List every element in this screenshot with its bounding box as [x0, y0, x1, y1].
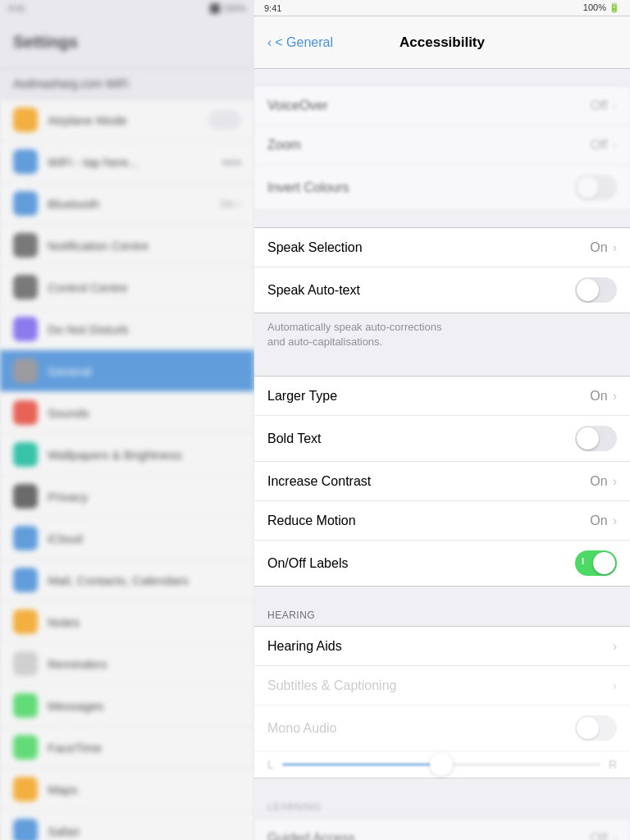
- maps-icon: [13, 777, 38, 801]
- subtitles-label: Subtitles & Captioning: [267, 678, 396, 693]
- largertype-label: Larger Type: [267, 389, 337, 404]
- voiceover-label: VoiceOver: [267, 98, 328, 113]
- largertype-value: On: [590, 389, 607, 404]
- sidebar-item-maps[interactable]: Maps: [0, 769, 254, 810]
- guidedaccess-row[interactable]: Guided Access Off ›: [254, 819, 630, 840]
- increasecontrast-label: Increase Contrast: [267, 474, 371, 489]
- hearing-block: Hearing Aids › Subtitles & Captioning › …: [254, 626, 630, 778]
- zoom-row[interactable]: Zoom Off ›: [254, 126, 630, 165]
- subtitles-row[interactable]: Subtitles & Captioning ›: [254, 666, 630, 705]
- sidebar-item-wifi[interactable]: WiFi - tap here... ●●●: [0, 141, 254, 183]
- sidebar-item-label: Maps: [48, 783, 78, 797]
- voiceover-right: Off ›: [591, 98, 617, 113]
- boldtext-toggle[interactable]: [575, 426, 617, 451]
- sidebar-item-sounds[interactable]: Sounds: [0, 392, 254, 434]
- boldtext-row[interactable]: Bold Text: [254, 416, 630, 462]
- main-panel: 9:41 100% 🔋 ‹ < General Accessibility Vo…: [254, 0, 630, 840]
- sidebar-item-mailcontacts[interactable]: Mail, Contacts, Calendars: [0, 559, 254, 601]
- control-icon: [13, 275, 38, 299]
- toggle-on-label: I: [582, 556, 584, 566]
- invertcolours-label: Invert Colours: [267, 180, 349, 195]
- monoaudio-row[interactable]: Mono Audio: [254, 705, 630, 751]
- sidebar-item-messages[interactable]: Messages: [0, 685, 254, 727]
- increasecontrast-value: On: [590, 474, 607, 489]
- speak-section: Speak Selection On › Speak Auto-text Aut…: [254, 227, 630, 359]
- onofflabels-label: On/Off Labels: [267, 556, 348, 571]
- sidebar-time: 9:41: [8, 3, 25, 13]
- audio-balance-row: L R: [254, 751, 630, 778]
- slider-left-icon: L: [267, 758, 274, 771]
- mailcontacts-icon: [13, 568, 38, 592]
- speakautotext-right: [575, 277, 617, 303]
- sidebar-item-label: Privacy: [48, 490, 88, 504]
- sidebar-item-label: Wallpapers & Brightness: [48, 448, 182, 462]
- sidebar-item-label: iCloud: [48, 532, 83, 546]
- sidebar-item-airplane[interactable]: Airplane Mode: [0, 99, 254, 141]
- reducemotion-chevron-icon: ›: [613, 514, 617, 528]
- nav-back-button[interactable]: ‹ < General: [267, 35, 333, 50]
- speakautotext-toggle[interactable]: [575, 277, 617, 303]
- back-label[interactable]: < General: [275, 35, 333, 50]
- zoom-value: Off: [591, 138, 608, 153]
- boldtext-right: [575, 426, 617, 451]
- slider-thumb: [430, 753, 453, 776]
- sidebar-item-notifications[interactable]: Notification Centre: [0, 225, 254, 267]
- sidebar-item-label: Safari: [48, 824, 80, 838]
- sidebar-item-notes[interactable]: Notes: [0, 601, 254, 643]
- sidebar-item-label: General: [48, 364, 91, 378]
- back-chevron-icon: ‹: [267, 35, 272, 50]
- sounds-icon: [13, 400, 38, 425]
- sidebar-item-label: Bluetooth: [48, 197, 99, 211]
- subtitles-right: ›: [613, 678, 617, 693]
- sidebar-item-bluetooth[interactable]: Bluetooth On ›: [0, 183, 254, 225]
- sidebar-item-label: Notes: [48, 615, 80, 629]
- zoom-chevron-icon: ›: [613, 138, 617, 153]
- speakselection-right: On ›: [590, 240, 617, 255]
- speakselection-value: On: [590, 240, 607, 255]
- speakselection-chevron-icon: ›: [613, 240, 617, 255]
- learning-block: Guided Access Off ›: [254, 818, 630, 840]
- audio-balance-slider[interactable]: [282, 763, 600, 766]
- reducemotion-value: On: [590, 514, 607, 528]
- vision-block: VoiceOver Off › Zoom Off › Invert Colour…: [254, 85, 630, 211]
- interaction-section: Larger Type On › Bold Text Increase Cont…: [254, 376, 630, 587]
- hearingaids-row[interactable]: Hearing Aids ›: [254, 627, 630, 666]
- zoom-label: Zoom: [267, 138, 301, 153]
- invertcolours-right: [575, 175, 617, 200]
- sidebar-item-label: Reminders: [48, 657, 107, 671]
- increasecontrast-right: On ›: [590, 474, 617, 489]
- monoaudio-right: [575, 715, 617, 741]
- onofflabels-row[interactable]: On/Off Labels I O: [254, 541, 630, 586]
- learning-section: LEARNING Guided Access Off › Guided Acce…: [254, 795, 630, 840]
- invertcolours-toggle[interactable]: [575, 175, 617, 200]
- sidebar-item-wallpaper[interactable]: Wallpapers & Brightness: [0, 434, 254, 476]
- sidebar-item-reminders[interactable]: Reminders: [0, 643, 254, 685]
- largertype-row[interactable]: Larger Type On ›: [254, 377, 630, 416]
- monoaudio-toggle[interactable]: [575, 715, 617, 741]
- speakselection-label: Speak Selection: [267, 240, 363, 255]
- sidebar-item-label: Messages: [48, 699, 103, 713]
- airplane-toggle: [208, 110, 241, 130]
- sidebar-item-donotdisturb[interactable]: Do Not Disturb: [0, 308, 254, 350]
- sidebar-item-cloud[interactable]: iCloud: [0, 518, 254, 559]
- sidebar-item-privacy[interactable]: Privacy: [0, 476, 254, 518]
- sidebar-item-facetime[interactable]: FaceTime: [0, 727, 254, 769]
- facetime-icon: [13, 735, 38, 760]
- voiceover-row[interactable]: VoiceOver Off ›: [254, 86, 630, 126]
- hearing-section-header: HEARING: [254, 603, 630, 626]
- sidebar-item-general[interactable]: General: [0, 350, 254, 392]
- slider-fill: [282, 763, 441, 766]
- wallpaper-icon: [13, 442, 38, 467]
- increasecontrast-row[interactable]: Increase Contrast On ›: [254, 462, 630, 501]
- onofflabels-toggle[interactable]: I O: [575, 550, 617, 576]
- sidebar-item-label: FaceTime: [48, 741, 102, 755]
- invertcolours-row[interactable]: Invert Colours: [254, 165, 630, 210]
- speakselection-row[interactable]: Speak Selection On ›: [254, 228, 630, 267]
- reducemotion-row[interactable]: Reduce Motion On ›: [254, 501, 630, 541]
- speakautotext-row[interactable]: Speak Auto-text: [254, 267, 630, 313]
- sidebar-item-control[interactable]: Control Centre: [0, 267, 254, 308]
- status-right: 100% 🔋: [583, 2, 620, 13]
- speak-block: Speak Selection On › Speak Auto-text: [254, 227, 630, 313]
- sidebar-item-safari[interactable]: Safari: [0, 810, 254, 840]
- voiceover-value: Off: [591, 98, 608, 113]
